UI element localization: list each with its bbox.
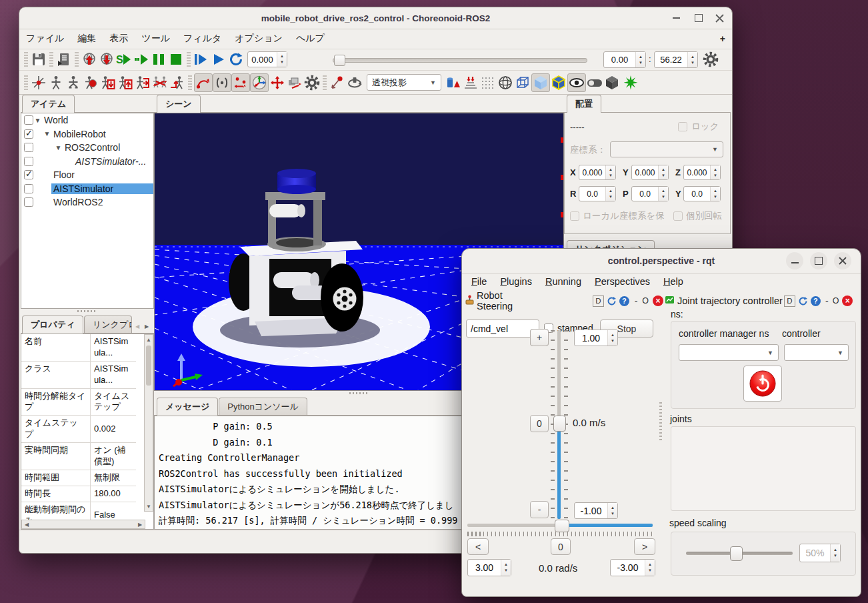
tab-placement[interactable]: 配置 bbox=[567, 95, 601, 113]
point-cloud-icon[interactable] bbox=[479, 74, 497, 91]
toolbar-handle[interactable] bbox=[188, 75, 192, 90]
wireframe-cube-icon[interactable] bbox=[514, 74, 531, 91]
minimize-icon[interactable] bbox=[673, 17, 680, 19]
tree-item-ros2control[interactable]: ▼ ROS2Control bbox=[21, 141, 153, 155]
save-project-icon[interactable] bbox=[30, 51, 47, 68]
tree-item-worldros2[interactable]: WorldROS2 bbox=[21, 195, 153, 209]
simulation-start-icon[interactable]: S bbox=[115, 51, 133, 68]
pitch-spinbox[interactable]: 0.0▲▼ bbox=[631, 186, 669, 201]
current-time-spinbox[interactable]: 0.00 ▲▼ bbox=[603, 51, 646, 68]
move-origin-icon[interactable] bbox=[30, 74, 47, 91]
maximize-icon[interactable] bbox=[810, 252, 827, 269]
property-value[interactable]: 0.002 bbox=[91, 416, 136, 443]
robot-standard-pose-icon[interactable] bbox=[47, 74, 65, 91]
expander-icon[interactable]: ▼ bbox=[33, 117, 42, 124]
topic-input[interactable]: /cmd_vel bbox=[466, 320, 539, 338]
y-spinbox[interactable]: 0.000▲▼ bbox=[631, 165, 669, 180]
spinner-arrows[interactable]: ▲▼ bbox=[277, 52, 287, 67]
scroll-right-icon[interactable]: ▶ bbox=[135, 522, 145, 528]
property-value[interactable]: AISTSimula... bbox=[91, 362, 136, 389]
kinematics-ik-icon[interactable] bbox=[231, 73, 250, 92]
splitter-horizontal[interactable] bbox=[21, 309, 154, 315]
menu-file[interactable]: File bbox=[465, 276, 493, 287]
kinematics-fk-icon[interactable] bbox=[213, 73, 231, 92]
item-checkbox[interactable] bbox=[24, 184, 33, 193]
dock-close-icon[interactable]: × bbox=[653, 295, 663, 306]
tab-scroll-right-icon[interactable]: ▶ bbox=[142, 320, 151, 333]
expander-icon[interactable]: ▼ bbox=[43, 130, 51, 137]
spinner-arrows[interactable]: ▲▼ bbox=[635, 52, 645, 67]
dock-reload-icon[interactable] bbox=[797, 295, 809, 307]
menu-running[interactable]: Running bbox=[539, 276, 588, 287]
linear-slider-handle[interactable] bbox=[553, 416, 566, 432]
pose-swap-icon[interactable] bbox=[151, 74, 169, 91]
linear-zero-button[interactable]: 0 bbox=[530, 415, 549, 432]
menu-view[interactable]: 表示 bbox=[103, 33, 135, 45]
flash-icon[interactable] bbox=[622, 74, 639, 91]
collision-model-icon[interactable] bbox=[550, 74, 567, 91]
time-slider-handle[interactable] bbox=[334, 55, 345, 66]
menu-filter[interactable]: フィルタ bbox=[177, 33, 228, 45]
time-settings-gear-icon[interactable] bbox=[702, 51, 719, 68]
item-checkbox[interactable] bbox=[24, 129, 33, 139]
scroll-left-icon[interactable]: ◀ bbox=[22, 522, 31, 528]
playback-resume-icon[interactable] bbox=[193, 51, 210, 68]
tree-item-aistsimulator-sub[interactable]: AISTSimulator-... bbox=[21, 155, 153, 169]
splitter-vertical[interactable] bbox=[659, 402, 662, 442]
x-spinbox[interactable]: 0.000▲▼ bbox=[579, 165, 616, 180]
reload-item-icon[interactable] bbox=[55, 51, 73, 68]
kinematics-auto-mode-icon[interactable] bbox=[194, 73, 213, 92]
controller-manager-ns-combo[interactable]: ▼ bbox=[679, 344, 779, 361]
item-checkbox[interactable] bbox=[24, 115, 33, 125]
tree-item-mobilerobot[interactable]: ▼ MobileRobot bbox=[21, 127, 153, 141]
scrollbar-horizontal[interactable]: ◀ ▶ bbox=[21, 520, 145, 529]
playback-refresh-icon[interactable] bbox=[227, 51, 245, 68]
close-icon[interactable] bbox=[715, 13, 724, 22]
maximize-icon[interactable] bbox=[695, 14, 703, 22]
collision-detection-icon[interactable] bbox=[462, 74, 479, 91]
linear-max-spinbox[interactable]: 1.00▲▼ bbox=[574, 330, 618, 346]
dock-minimize-button[interactable]: - bbox=[635, 295, 638, 306]
close-icon[interactable] bbox=[834, 252, 851, 269]
shadow-cube-icon[interactable] bbox=[603, 74, 621, 91]
dock-restore-button[interactable]: O bbox=[642, 296, 649, 306]
property-value[interactable]: 180.00 bbox=[91, 486, 136, 502]
toolbar-handle[interactable] bbox=[24, 75, 28, 90]
controller-combo[interactable]: ▼ bbox=[784, 344, 849, 361]
joint-trajectory-dock-titlebar[interactable]: Joint trajectory controller D ? - O × bbox=[665, 293, 858, 309]
tab-link-property[interactable]: リンクプロ bbox=[84, 316, 132, 333]
rqt-titlebar[interactable]: control.perspective - rqt bbox=[462, 249, 861, 273]
item-checkbox[interactable] bbox=[24, 197, 33, 207]
item-checkbox[interactable] bbox=[24, 143, 33, 152]
tree-item-aistsimulator[interactable]: AISTSimulator bbox=[21, 182, 153, 196]
angular-max-spinbox[interactable]: 3.00▲▼ bbox=[467, 559, 511, 576]
property-value[interactable]: 無制限 bbox=[91, 470, 136, 486]
property-value[interactable]: AISTSimula... bbox=[91, 334, 136, 362]
com-projection-up-icon[interactable] bbox=[117, 74, 134, 91]
edit-mode-pointer-icon[interactable] bbox=[329, 74, 346, 91]
wireframe-sphere-icon[interactable] bbox=[497, 74, 514, 91]
enable-controller-button[interactable] bbox=[743, 366, 782, 402]
dock-minimize-button[interactable]: - bbox=[825, 295, 829, 306]
angular-right-button[interactable]: > bbox=[634, 538, 655, 555]
dock-restore-button[interactable]: O bbox=[833, 296, 839, 306]
com-projection-down-icon[interactable] bbox=[99, 74, 117, 91]
menu-overflow-button[interactable]: + bbox=[713, 33, 732, 44]
expander-icon[interactable]: ▼ bbox=[54, 144, 63, 151]
visual-model-icon[interactable] bbox=[531, 73, 550, 92]
menu-help[interactable]: Help bbox=[657, 276, 690, 287]
scene-edit-icon[interactable] bbox=[286, 74, 303, 91]
linear-plus-button[interactable]: + bbox=[530, 329, 549, 346]
tree-item-floor[interactable]: Floor bbox=[21, 168, 153, 182]
menu-help[interactable]: ヘルプ bbox=[289, 33, 331, 45]
menu-edit[interactable]: 編集 bbox=[71, 33, 103, 45]
dock-reload-icon[interactable] bbox=[605, 295, 618, 307]
linear-minus-button[interactable]: - bbox=[530, 501, 549, 518]
scroll-up-icon[interactable]: ▲ bbox=[145, 335, 153, 344]
toolbar-handle[interactable] bbox=[24, 52, 28, 67]
view-rotation-icon[interactable] bbox=[346, 74, 363, 91]
menu-perspectives[interactable]: Perspectives bbox=[588, 276, 657, 287]
center-of-mass-icon[interactable] bbox=[82, 74, 99, 91]
world-save-icon[interactable] bbox=[98, 51, 115, 68]
dock-d-button[interactable]: D bbox=[593, 295, 604, 307]
